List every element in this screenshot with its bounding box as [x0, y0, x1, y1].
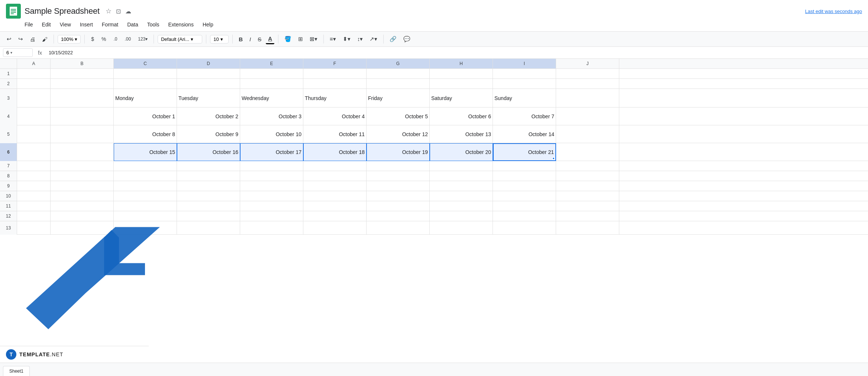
cell-b9[interactable] [51, 181, 114, 191]
cell-f1[interactable] [303, 69, 367, 78]
cell-e5-oct10[interactable]: October 10 [240, 125, 303, 143]
cell-i2[interactable] [493, 79, 556, 89]
cell-b11[interactable] [51, 201, 114, 211]
cell-g7[interactable] [367, 161, 430, 171]
h-align-button[interactable]: ≡▾ [327, 34, 338, 44]
cell-i9[interactable] [493, 181, 556, 191]
col-header-a[interactable]: A [17, 59, 51, 68]
cell-a2[interactable] [17, 79, 51, 89]
cell-b12[interactable] [51, 211, 114, 221]
cell-f6-oct18[interactable]: October 18 [303, 143, 367, 161]
cell-a1[interactable] [17, 69, 51, 78]
cell-f8[interactable] [303, 171, 367, 181]
cell-d4-oct2[interactable]: October 2 [177, 107, 240, 125]
row-num-8[interactable]: 8 [0, 171, 17, 181]
cell-b1[interactable] [51, 69, 114, 78]
font-dropdown[interactable]: Default (Ari... ▾ [158, 35, 202, 44]
cell-f7[interactable] [303, 161, 367, 171]
cell-c7[interactable] [114, 161, 177, 171]
row-num-13[interactable]: 13 [0, 221, 17, 235]
cell-h4-oct6[interactable]: October 6 [430, 107, 493, 125]
cell-a12[interactable] [17, 211, 51, 221]
cell-d6-oct16[interactable]: October 16 [177, 143, 240, 161]
cell-j13[interactable] [556, 221, 619, 235]
cell-c3-monday[interactable]: Monday [114, 89, 177, 107]
cell-i3-sunday[interactable]: Sunday [493, 89, 556, 107]
row-num-3[interactable]: 3 [0, 89, 17, 107]
row-num-2[interactable]: 2 [0, 79, 17, 89]
cell-j11[interactable] [556, 201, 619, 211]
col-header-f[interactable]: F [303, 59, 367, 68]
cell-b13[interactable] [51, 221, 114, 235]
decimal-dec-button[interactable]: .0 [111, 35, 120, 43]
cell-j7[interactable] [556, 161, 619, 171]
merge-button[interactable]: ⊠▾ [307, 34, 320, 44]
drive-icon[interactable]: ⊡ [116, 8, 121, 15]
cell-f10[interactable] [303, 191, 367, 201]
text-color-button[interactable]: A [266, 34, 274, 44]
row-num-4[interactable]: 4 [0, 107, 17, 125]
row-num-9[interactable]: 9 [0, 181, 17, 191]
cell-b2[interactable] [51, 79, 114, 89]
cell-e11[interactable] [240, 201, 303, 211]
cell-h12[interactable] [430, 211, 493, 221]
cloud-icon[interactable]: ☁ [125, 8, 131, 15]
cell-d11[interactable] [177, 201, 240, 211]
cell-c4-oct1[interactable]: October 1 [114, 107, 177, 125]
cell-j9[interactable] [556, 181, 619, 191]
cell-h13[interactable] [430, 221, 493, 235]
row-num-12[interactable]: 12 [0, 211, 17, 221]
cell-g8[interactable] [367, 171, 430, 181]
cell-a5[interactable] [17, 125, 51, 143]
cell-a4[interactable] [17, 107, 51, 125]
cell-j4[interactable] [556, 107, 619, 125]
col-header-e[interactable]: E [240, 59, 303, 68]
menu-view[interactable]: View [56, 20, 75, 29]
cell-e13[interactable] [240, 221, 303, 235]
cell-d7[interactable] [177, 161, 240, 171]
cell-j1[interactable] [556, 69, 619, 78]
cell-d8[interactable] [177, 171, 240, 181]
cell-e12[interactable] [240, 211, 303, 221]
cell-e2[interactable] [240, 79, 303, 89]
row-num-7[interactable]: 7 [0, 161, 17, 171]
cell-b8[interactable] [51, 171, 114, 181]
menu-data[interactable]: Data [123, 20, 142, 29]
menu-help[interactable]: Help [199, 20, 217, 29]
col-header-c[interactable]: C [114, 59, 177, 68]
cell-h1[interactable] [430, 69, 493, 78]
cell-i4-oct7[interactable]: October 7 [493, 107, 556, 125]
cell-f12[interactable] [303, 211, 367, 221]
last-edit-status[interactable]: Last edit was seconds ago [805, 9, 862, 14]
cell-g1[interactable] [367, 69, 430, 78]
cell-a11[interactable] [17, 201, 51, 211]
cell-g6-oct19[interactable]: October 19 [367, 143, 430, 161]
undo-button[interactable]: ↩ [4, 34, 14, 44]
cell-i1[interactable] [493, 69, 556, 78]
cell-c5-oct8[interactable]: October 8 [114, 125, 177, 143]
link-button[interactable]: 🔗 [387, 34, 399, 44]
menu-extensions[interactable]: Extensions [164, 20, 197, 29]
cell-g12[interactable] [367, 211, 430, 221]
cell-f13[interactable] [303, 221, 367, 235]
fontsize-dropdown[interactable]: 10 ▾ [210, 35, 229, 44]
percent-button[interactable]: % [99, 35, 109, 44]
cell-e10[interactable] [240, 191, 303, 201]
cell-b3[interactable] [51, 89, 114, 107]
cell-j10[interactable] [556, 191, 619, 201]
cell-c10[interactable] [114, 191, 177, 201]
cell-e4-oct3[interactable]: October 3 [240, 107, 303, 125]
cell-j2[interactable] [556, 79, 619, 89]
cell-g2[interactable] [367, 79, 430, 89]
row-num-11[interactable]: 11 [0, 201, 17, 211]
wrap-button[interactable]: ↕▾ [355, 34, 365, 44]
cell-d9[interactable] [177, 181, 240, 191]
cell-a10[interactable] [17, 191, 51, 201]
cell-d1[interactable] [177, 69, 240, 78]
cell-b10[interactable] [51, 191, 114, 201]
cell-g13[interactable] [367, 221, 430, 235]
cell-h7[interactable] [430, 161, 493, 171]
redo-button[interactable]: ↪ [16, 34, 25, 44]
v-align-button[interactable]: ⬍▾ [341, 34, 353, 44]
cell-j8[interactable] [556, 171, 619, 181]
